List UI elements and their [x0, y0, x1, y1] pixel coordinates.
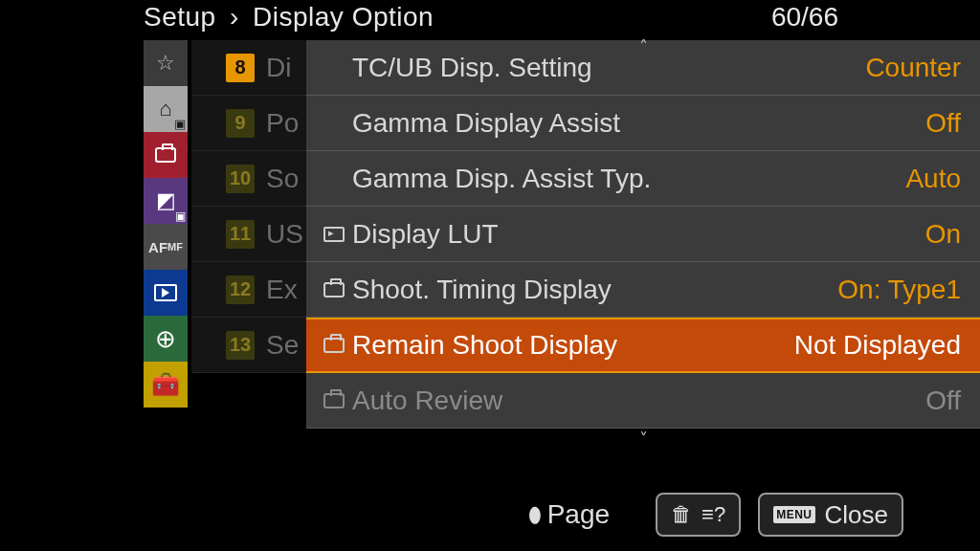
setting-shoot-timing[interactable]: Shoot. Timing Display On: Type1 — [306, 262, 980, 318]
setting-label: Auto Review — [352, 386, 502, 416]
sub-section-item[interactable]: 12 Ex — [191, 262, 306, 318]
setting-remain-shoot[interactable]: Remain Shoot Display Not Displayed — [306, 318, 980, 373]
setting-label: TC/UB Disp. Setting — [352, 53, 592, 83]
camera-icon — [155, 147, 176, 163]
section-label: Di — [266, 53, 291, 83]
setting-value: On — [925, 219, 961, 250]
settings-list: ˄ TC/UB Disp. Setting Counter Gamma Disp… — [306, 40, 980, 429]
home-icon: ⌂ — [159, 97, 171, 121]
setting-gamma-assist-type[interactable]: Gamma Disp. Assist Typ. Auto — [306, 151, 980, 207]
page-control[interactable]: ⬮ Page — [528, 499, 610, 530]
section-number-badge: 8 — [226, 54, 255, 82]
section-number-badge: 12 — [226, 276, 255, 304]
sub-section-list: ˄ 8 Di 9 Po 10 So 11 US 12 Ex 13 Se — [191, 40, 306, 373]
page-counter: 60/66 — [771, 2, 838, 33]
tab-focus[interactable]: AFMF — [144, 224, 188, 270]
setting-auto-review: Auto Review Off — [306, 373, 980, 429]
camera-icon — [322, 338, 346, 353]
tab-shooting[interactable] — [144, 132, 188, 178]
tab-exposure[interactable]: ◩ ▣ — [144, 178, 188, 224]
setting-value: Auto — [905, 164, 961, 194]
star-icon: ☆ — [156, 51, 175, 76]
close-label: Close — [825, 500, 888, 530]
setting-label: Gamma Display Assist — [352, 108, 620, 139]
section-label: So — [266, 164, 299, 194]
help-button[interactable]: 🗑 ≡? — [656, 493, 741, 537]
setting-value: On: Type1 — [837, 275, 961, 305]
scroll-down-icon[interactable]: ˅ — [639, 429, 648, 450]
af-label: AF — [148, 239, 167, 255]
breadcrumb-root: Setup — [144, 2, 216, 32]
section-label: US — [266, 219, 303, 250]
tab-favorites[interactable]: ☆ — [144, 40, 188, 86]
setting-label: Shoot. Timing Display — [352, 275, 612, 305]
setting-gamma-assist[interactable]: Gamma Display Assist Off — [306, 96, 980, 151]
setting-label: Display LUT — [352, 219, 498, 250]
setting-label: Gamma Disp. Assist Typ. — [352, 164, 651, 194]
section-number-badge: 13 — [226, 331, 255, 360]
setting-label: Remain Shoot Display — [352, 330, 617, 361]
sub-section-item[interactable]: 13 Se — [191, 318, 306, 373]
scroll-up-icon[interactable]: ˄ — [639, 36, 648, 57]
menu-panel: Setup › Display Option 60/66 ☆ ⌂ ▣ ◩ ▣ A… — [67, 0, 913, 551]
setting-value: Not Displayed — [794, 330, 961, 361]
caret-up-icon: ˄ — [245, 40, 253, 53]
section-label: Po — [266, 108, 299, 139]
page-label: Page — [547, 499, 610, 530]
tab-main[interactable]: ⌂ ▣ — [144, 86, 188, 132]
breadcrumb: Setup › Display Option — [144, 2, 434, 33]
menu-chip-icon: MENU — [773, 506, 814, 523]
tab-setup[interactable]: 🧰 — [144, 362, 188, 408]
exposure-icon: ◩ — [156, 188, 176, 213]
sub-section-item[interactable]: 9 Po — [191, 96, 306, 151]
trash-icon: 🗑 — [671, 502, 692, 527]
section-number-badge: 9 — [226, 109, 255, 138]
lut-icon — [322, 227, 346, 242]
section-label: Se — [266, 330, 299, 361]
toolbox-icon: 🧰 — [151, 371, 180, 398]
setting-value: Off — [925, 386, 961, 416]
breadcrumb-leaf: Display Option — [253, 2, 434, 32]
section-label: Ex — [266, 275, 298, 305]
tab-network[interactable]: ⊕ — [144, 316, 188, 362]
play-icon — [154, 284, 177, 301]
tab-playback[interactable] — [144, 270, 188, 316]
camera-icon: ▣ — [174, 117, 186, 131]
mf-label: MF — [167, 241, 183, 253]
camera-icon: ▣ — [175, 209, 186, 223]
section-number-badge: 11 — [226, 220, 255, 249]
camera-icon — [322, 282, 346, 298]
camera-icon — [322, 393, 346, 408]
help-icon: ≡? — [702, 502, 725, 527]
wheel-icon: ⬮ — [528, 502, 542, 527]
setting-value: Off — [925, 108, 961, 139]
section-number-badge: 10 — [226, 165, 255, 193]
sub-section-item[interactable]: ˄ 8 Di — [191, 40, 306, 96]
footer-bar: ⬮ Page 🗑 ≡? MENU Close — [67, 490, 913, 540]
category-tabs: ☆ ⌂ ▣ ◩ ▣ AFMF ⊕ 🧰 — [144, 40, 188, 408]
chevron-right-icon: › — [230, 2, 239, 32]
setting-display-lut[interactable]: Display LUT On — [306, 207, 980, 262]
setting-value: Counter — [865, 53, 961, 83]
globe-icon: ⊕ — [155, 324, 176, 354]
sub-section-item[interactable]: 11 US — [191, 207, 306, 262]
sub-section-item[interactable]: 10 So — [191, 151, 306, 207]
close-button[interactable]: MENU Close — [758, 493, 903, 537]
